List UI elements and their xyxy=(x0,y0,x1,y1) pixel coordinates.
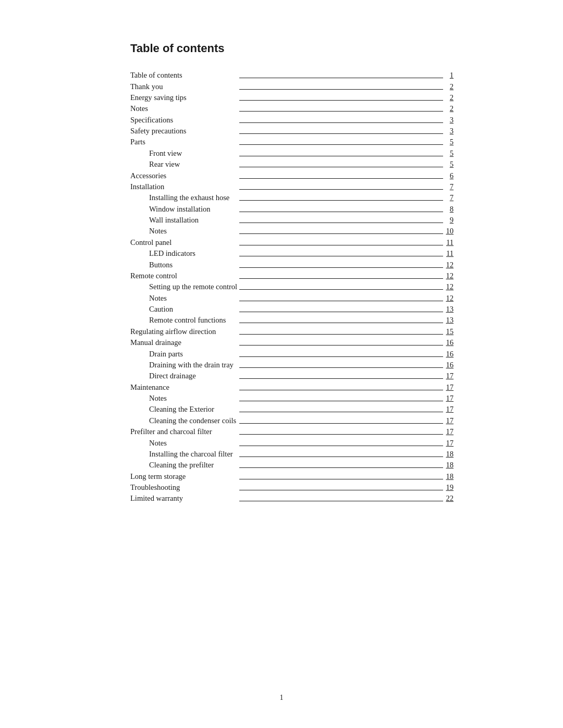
toc-entry-page: 11 xyxy=(443,248,454,259)
toc-row: Energy saving tips2 xyxy=(130,92,454,103)
toc-entry-dots xyxy=(239,460,443,471)
toc-row: Prefilter and charcoal filter17 xyxy=(130,426,454,437)
toc-entry-label: Parts xyxy=(130,137,239,147)
toc-entry-page: 1 xyxy=(443,70,454,81)
toc-entry-dots xyxy=(239,304,443,315)
toc-entry-label: Energy saving tips xyxy=(130,92,239,103)
toc-entry-page: 16 xyxy=(443,348,454,359)
toc-entry-label: Accessories xyxy=(130,170,239,181)
toc-entry-dots xyxy=(239,326,443,337)
toc-entry-label: Draining with the drain tray xyxy=(130,360,239,371)
toc-entry-dots xyxy=(239,215,443,226)
toc-row: Wall installation9 xyxy=(130,215,454,226)
toc-entry-page: 13 xyxy=(443,315,454,326)
toc-entry-label: Cleaning the condenser coils xyxy=(130,415,239,426)
toc-row: Remote control functions13 xyxy=(130,315,454,326)
toc-entry-dots xyxy=(239,70,443,81)
toc-entry-dots xyxy=(239,371,443,381)
toc-entry-label: Caution xyxy=(130,304,239,315)
toc-entry-label: Window installation xyxy=(130,204,239,215)
toc-row: Table of contents1 xyxy=(130,70,454,81)
toc-row: Cleaning the prefilter18 xyxy=(130,460,454,471)
toc-entry-label: Maintenance xyxy=(130,382,239,393)
page-title: Table of contents xyxy=(130,42,454,55)
toc-entry-label: Notes xyxy=(130,226,239,237)
toc-row: Cleaning the condenser coils17 xyxy=(130,415,454,426)
toc-entry-page: 10 xyxy=(443,226,454,237)
toc-entry-dots xyxy=(239,248,443,259)
toc-entry-page: 17 xyxy=(443,404,454,415)
toc-entry-dots xyxy=(239,237,443,248)
toc-entry-label: Long term storage xyxy=(130,471,239,482)
toc-entry-label: Rear view xyxy=(130,159,239,170)
toc-row: Installing the charcoal filter18 xyxy=(130,449,454,460)
toc-entry-dots xyxy=(239,181,443,192)
toc-row: Notes10 xyxy=(130,226,454,237)
toc-entry-dots xyxy=(239,226,443,237)
toc-entry-dots xyxy=(239,348,443,359)
toc-entry-page: 6 xyxy=(443,170,454,181)
toc-row: Draining with the drain tray16 xyxy=(130,360,454,371)
toc-entry-page: 2 xyxy=(443,81,454,92)
toc-entry-page: 19 xyxy=(443,482,454,493)
toc-row: Window installation8 xyxy=(130,204,454,215)
toc-entry-dots xyxy=(239,471,443,482)
toc-entry-page: 12 xyxy=(443,293,454,304)
toc-entry-page: 2 xyxy=(443,92,454,103)
toc-entry-label: Notes xyxy=(130,437,239,448)
toc-entry-dots xyxy=(239,204,443,215)
toc-entry-page: 3 xyxy=(443,115,454,126)
toc-entry-label: Front view xyxy=(130,148,239,159)
toc-entry-dots xyxy=(239,81,443,92)
toc-entry-label: Setting up the remote control xyxy=(130,281,239,292)
toc-entry-label: Installation xyxy=(130,181,239,192)
toc-entry-dots xyxy=(239,126,443,137)
toc-entry-page: 12 xyxy=(443,281,454,292)
toc-entry-dots xyxy=(239,115,443,126)
toc-entry-label: Control panel xyxy=(130,237,239,248)
toc-row: Specifications3 xyxy=(130,115,454,126)
toc-entry-page: 17 xyxy=(443,393,454,404)
toc-entry-dots xyxy=(239,315,443,326)
toc-entry-dots xyxy=(239,493,443,504)
toc-entry-dots xyxy=(239,103,443,114)
toc-entry-label: Limited warranty xyxy=(130,493,239,504)
toc-entry-label: Safety precautions xyxy=(130,126,239,137)
toc-entry-page: 15 xyxy=(443,326,454,337)
toc-entry-page: 9 xyxy=(443,215,454,226)
toc-entry-dots xyxy=(239,92,443,103)
toc-entry-label: Cleaning the prefilter xyxy=(130,460,239,471)
toc-row: Remote control12 xyxy=(130,270,454,281)
toc-entry-dots xyxy=(239,393,443,404)
toc-entry-dots xyxy=(239,192,443,203)
toc-entry-page: 16 xyxy=(443,337,454,348)
toc-entry-label: Remote control functions xyxy=(130,315,239,326)
toc-entry-label: Remote control xyxy=(130,270,239,281)
toc-row: Notes2 xyxy=(130,103,454,114)
toc-entry-page: 7 xyxy=(443,181,454,192)
toc-row: Buttons12 xyxy=(130,259,454,270)
toc-entry-page: 7 xyxy=(443,192,454,203)
toc-entry-page: 5 xyxy=(443,148,454,159)
toc-entry-page: 17 xyxy=(443,371,454,381)
toc-entry-page: 22 xyxy=(443,493,454,504)
toc-entry-dots xyxy=(239,437,443,448)
toc-entry-label: Installing the exhaust hose xyxy=(130,192,239,203)
toc-row: Installation7 xyxy=(130,181,454,192)
toc-entry-label: Prefilter and charcoal filter xyxy=(130,426,239,437)
toc-entry-label: Notes xyxy=(130,103,239,114)
toc-row: Control panel11 xyxy=(130,237,454,248)
toc-entry-label: Cleaning the Exterior xyxy=(130,404,239,415)
toc-entry-dots xyxy=(239,382,443,393)
toc-entry-dots xyxy=(239,426,443,437)
toc-row: Direct drainage17 xyxy=(130,371,454,381)
toc-row: Caution13 xyxy=(130,304,454,315)
toc-entry-page: 2 xyxy=(443,103,454,114)
toc-entry-label: Thank you xyxy=(130,81,239,92)
toc-entry-page: 11 xyxy=(443,237,454,248)
toc-entry-dots xyxy=(239,137,443,147)
toc-entry-label: Table of contents xyxy=(130,70,239,81)
page: Table of contents Table of contents1Than… xyxy=(78,0,485,728)
toc-row: Drain parts16 xyxy=(130,348,454,359)
toc-entry-page: 5 xyxy=(443,159,454,170)
